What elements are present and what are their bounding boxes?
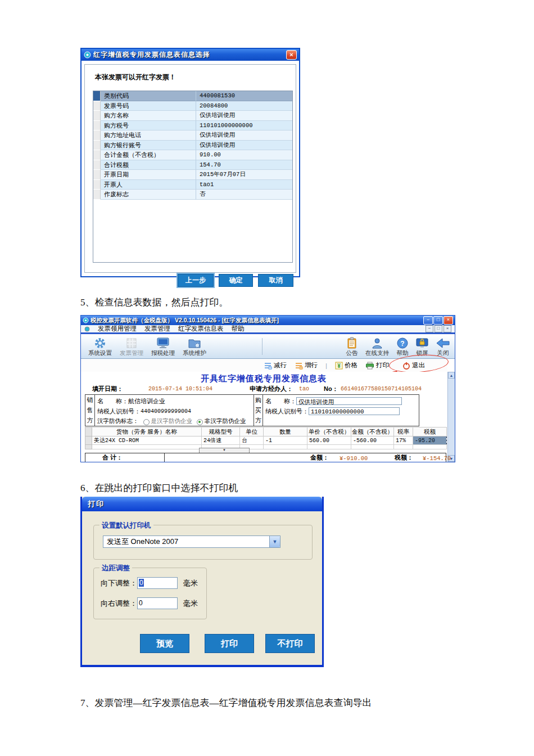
add-row-button[interactable]: 增行 xyxy=(295,361,318,370)
toolbar-tax-filing[interactable]: 报税处理 xyxy=(148,337,178,357)
table-row[interactable]: 开票日期2015年07月07日 xyxy=(93,170,292,180)
window-titlebar[interactable]: 税控发票开票软件（金税盘版） V2.0.10.150426 - [红字发票信息表… xyxy=(81,316,455,325)
row-gutter xyxy=(93,91,101,101)
table-row[interactable]: 类别代码4400081530 xyxy=(93,91,292,101)
cell-quantity[interactable]: -1 xyxy=(264,436,307,445)
row-gutter xyxy=(93,170,101,180)
row-label: 购方银行账号 xyxy=(101,141,196,151)
invoice-grid-icon xyxy=(125,337,138,349)
margin-right-input[interactable]: 0 xyxy=(137,597,178,609)
mdi-controls: − □ × xyxy=(426,325,451,332)
radio-hanzi-yes[interactable] xyxy=(143,419,150,425)
cell-spec[interactable]: 24倍速 xyxy=(202,436,240,445)
menu-red-invoice-info[interactable]: 红字发票信息表 xyxy=(178,325,224,333)
step-6-text: 6、在跳出的打印窗口中选择不打印机 xyxy=(80,482,238,494)
print-confirm-button[interactable]: 打印 xyxy=(205,634,254,653)
total-amount-value: ¥-910.00 xyxy=(340,454,368,462)
row-gutter xyxy=(93,121,101,131)
row-label: 购方税号 xyxy=(101,121,196,131)
row-value: 20084800 xyxy=(196,101,292,111)
table-row[interactable]: 购方税号110101000000000 xyxy=(93,121,292,131)
mdi-minimize-icon[interactable]: − xyxy=(426,325,433,332)
toolbar-separator xyxy=(262,338,263,355)
buyer-name-label: 名 称： xyxy=(265,397,296,406)
table-row[interactable]: 合计税额154.70 xyxy=(93,160,292,170)
price-button[interactable]: ¥ 价格 xyxy=(335,361,357,370)
empty-cell xyxy=(351,445,394,449)
combo-arrow-icon[interactable]: ▼ xyxy=(269,536,280,547)
cell-unit[interactable]: 台 xyxy=(240,436,264,445)
mdi-child-icon xyxy=(84,326,90,332)
window-title: 税控发票开票软件（金税盘版） V2.0.10.150426 - [红字发票信息表… xyxy=(90,317,279,325)
goods-data-row: 美达24X CD-ROM 24倍速 台 -1 560.00 -560.00 17… xyxy=(85,436,447,445)
row-value: tao1 xyxy=(196,180,292,190)
table-row[interactable]: 购方名称仅供培训使用 xyxy=(93,111,292,121)
no-label: No： xyxy=(324,385,338,393)
cancel-button[interactable]: 取消 xyxy=(258,274,293,287)
table-row[interactable]: 开票人tao1 xyxy=(93,180,292,190)
exit-button[interactable]: 退出 xyxy=(402,361,425,370)
toolbar-label: 帮助 xyxy=(397,349,409,357)
prev-step-button[interactable]: 上一步 xyxy=(178,274,214,287)
toolbar-help[interactable]: ? 帮助 xyxy=(393,337,411,357)
toolbar-lock-screen[interactable]: 锁屏 xyxy=(413,337,432,357)
toolbar-invoice-manage[interactable]: 发票管理 xyxy=(116,337,147,357)
mdi-close-icon[interactable]: × xyxy=(444,325,451,332)
buyer-name-input[interactable]: 仅供培训使用 xyxy=(296,397,402,405)
margin-down-input[interactable]: 0 xyxy=(137,577,178,589)
margin-down-label: 向下调整： xyxy=(101,578,137,588)
preview-button[interactable]: 预览 xyxy=(140,634,189,653)
print-dialog-titlebar[interactable]: 打印 xyxy=(82,497,322,511)
mdi-restore-icon[interactable]: □ xyxy=(435,325,442,332)
table-row[interactable]: 购方地址电话仅供培训使用 xyxy=(93,130,292,141)
cell-amount[interactable]: -560.00 xyxy=(351,436,394,445)
red-invoice-select-dialog: 红字增值税专用发票信息表信息选择 × 本张发票可以开红字发票！ 类别代码4400… xyxy=(80,48,300,277)
close-icon[interactable]: × xyxy=(286,50,297,60)
seller-tax-label: 纳税人识别号： xyxy=(97,407,141,416)
col-goods-name: 货物（劳务 服务）名称 xyxy=(92,428,202,436)
maximize-icon[interactable]: □ xyxy=(433,316,443,325)
buyer-char: 方 xyxy=(255,416,261,425)
toolbar-label: 在线支持 xyxy=(365,349,389,357)
toolbar-announcement[interactable]: 公告 xyxy=(342,337,361,357)
table-row[interactable]: 购方银行账号仅供培训使用 xyxy=(93,141,292,151)
totals-divider xyxy=(164,453,165,462)
no-print-button[interactable]: 不打印 xyxy=(265,634,315,653)
menu-help[interactable]: 帮助 xyxy=(232,325,245,333)
toolbar-label: 报税处理 xyxy=(151,349,175,357)
printer-combobox[interactable]: 发送至 OneNote 2007 ▼ xyxy=(103,536,280,548)
printer-group-label: 设置默认打印机 xyxy=(99,521,153,530)
ok-button[interactable]: 确定 xyxy=(219,274,253,287)
seller-panel: 名 称： 航信培训企业 纳税人识别号： 440400999999004 汉字防伪… xyxy=(95,395,254,426)
no-value: 661401677580150714105104 xyxy=(341,386,422,392)
close-icon[interactable]: × xyxy=(444,316,453,325)
toolbar-online-support[interactable]: 在线支持 xyxy=(363,337,392,357)
col-tax-rate: 税率 xyxy=(394,428,413,436)
power-icon xyxy=(402,362,410,370)
toolbar-close-app[interactable]: 关闭 xyxy=(433,337,453,357)
dialog-titlebar[interactable]: 红字增值税专用发票信息表信息选择 × xyxy=(82,49,299,61)
minimize-icon[interactable]: − xyxy=(423,316,433,325)
cell-goods-name[interactable]: 美达24X CD-ROM xyxy=(92,436,202,445)
toolbar-system-settings[interactable]: 系统设置 xyxy=(85,337,115,357)
cell-unit-price[interactable]: 560.00 xyxy=(307,436,351,445)
radio-hanzi-no[interactable] xyxy=(197,419,203,425)
margin-group: 边距调整 向下调整： 0 毫米 向右调整： 0 毫米 xyxy=(93,568,207,619)
toolbar-label: 公告 xyxy=(346,349,358,357)
step-5-text: 5、检查信息表数据，然后点打印。 xyxy=(80,296,229,309)
cell-tax-selected[interactable]: -95.20 xyxy=(413,436,447,445)
table-row[interactable]: 作废标志否 xyxy=(93,190,292,200)
menu-invoice-manage[interactable]: 发票管理 xyxy=(144,325,170,333)
person-icon xyxy=(371,337,383,349)
scroll-up-icon[interactable]: ▲ xyxy=(448,372,455,379)
main-toolbar: 系统设置 发票管理 报税处理 系统维护 公告 在线支持 xyxy=(81,336,455,359)
buyer-tax-input[interactable]: 110101000000000 xyxy=(309,407,400,415)
remove-row-button[interactable]: 减行 xyxy=(264,361,287,370)
toolbar-system-maintenance[interactable]: 系统维护 xyxy=(179,337,210,357)
table-row[interactable]: 合计金额（不含税）910.00 xyxy=(93,150,292,160)
cell-tax-rate[interactable]: 17% xyxy=(394,436,413,445)
menu-bar: 发票领用管理 发票管理 红字发票信息表 帮助 − □ × xyxy=(81,325,455,334)
table-row[interactable]: 发票号码20084800 xyxy=(93,101,292,111)
menu-invoice-receive[interactable]: 发票领用管理 xyxy=(98,325,137,333)
vertical-scrollbar[interactable]: ▲ ▼ xyxy=(447,372,455,462)
